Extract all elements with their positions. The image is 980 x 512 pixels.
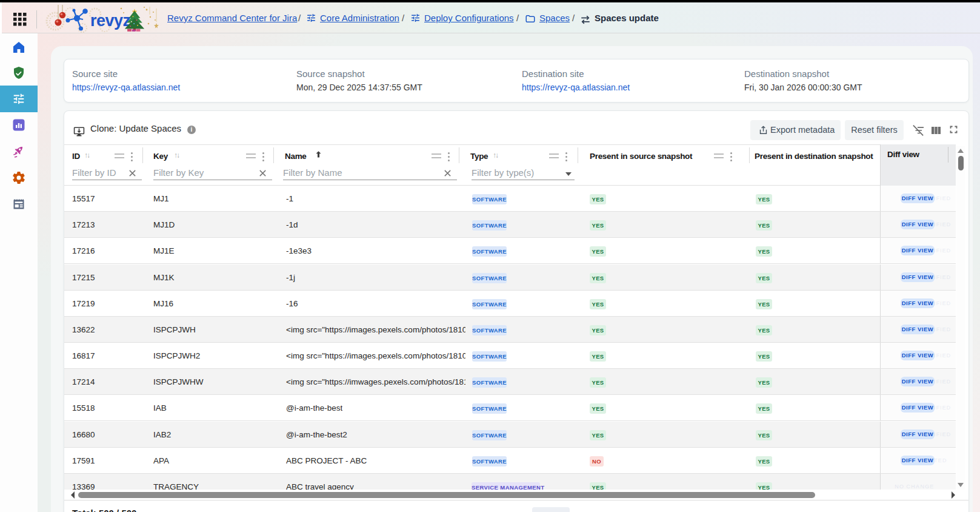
svg-text:revyz: revyz	[90, 12, 131, 30]
